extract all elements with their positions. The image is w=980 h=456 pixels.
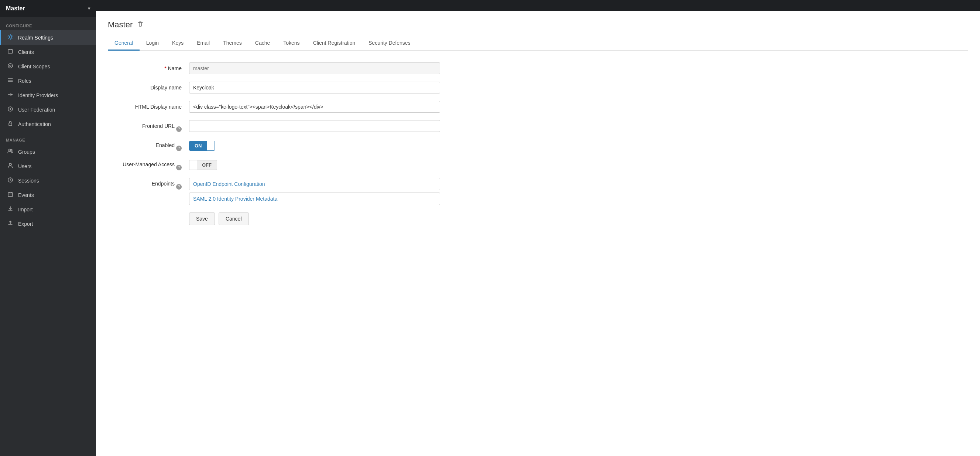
tabs-bar: General Login Keys Email Themes Cache To… <box>108 36 968 51</box>
sidebar-item-user-federation[interactable]: User Federation <box>0 102 96 117</box>
user-managed-access-label: User-Managed Access ? <box>108 158 189 171</box>
saml-endpoint-link[interactable]: SAML 2.0 Identity Provider Metadata <box>189 193 440 205</box>
sidebar-item-client-scopes-label: Client Scopes <box>18 64 50 70</box>
tab-security-defenses[interactable]: Security Defenses <box>362 36 417 51</box>
users-icon <box>7 163 14 170</box>
sidebar-item-identity-providers[interactable]: Identity Providers <box>0 88 96 102</box>
manage-section-label: Manage <box>0 131 96 145</box>
frontend-url-help-icon[interactable]: ? <box>176 126 182 132</box>
user-federation-icon <box>7 106 14 113</box>
export-icon <box>7 220 14 227</box>
clients-icon <box>7 48 14 56</box>
name-input[interactable] <box>189 62 440 74</box>
uma-toggle-on-inactive-label <box>189 160 197 170</box>
sidebar-item-sessions[interactable]: Sessions <box>0 173 96 188</box>
sidebar-item-groups[interactable]: Groups <box>0 145 96 159</box>
sidebar-item-import[interactable]: Import <box>0 202 96 217</box>
cancel-button[interactable]: Cancel <box>219 212 249 225</box>
tab-client-registration[interactable]: Client Registration <box>307 36 362 51</box>
tab-email[interactable]: Email <box>190 36 216 51</box>
frontend-url-label: Frontend URL ? <box>108 120 189 132</box>
uma-toggle-off-label: OFF <box>197 160 217 170</box>
sidebar-item-identity-providers-label: Identity Providers <box>18 92 58 98</box>
general-form: * Name Display name HTML Display name <box>108 62 440 225</box>
name-label: * Name <box>108 62 189 71</box>
realm-settings-icon <box>7 34 14 41</box>
sidebar-item-user-federation-label: User Federation <box>18 107 55 113</box>
html-display-name-input[interactable] <box>189 101 440 113</box>
display-name-input[interactable] <box>189 82 440 94</box>
user-managed-access-toggle[interactable]: OFF <box>189 158 217 170</box>
sidebar-item-clients-label: Clients <box>18 49 34 55</box>
user-managed-access-help-icon[interactable]: ? <box>176 165 182 171</box>
tab-keys[interactable]: Keys <box>165 36 190 51</box>
toggle-off-inactive-label <box>207 141 215 150</box>
enabled-row: Enabled ? ON <box>108 139 440 151</box>
sidebar-item-realm-settings[interactable]: Realm Settings <box>0 30 96 45</box>
sidebar-item-roles-label: Roles <box>18 78 32 84</box>
tab-tokens[interactable]: Tokens <box>277 36 306 51</box>
roles-icon <box>7 77 14 84</box>
svg-point-0 <box>9 36 11 38</box>
groups-icon <box>7 148 14 155</box>
sidebar-item-authentication-label: Authentication <box>18 121 51 127</box>
realm-selector[interactable]: Master ▾ <box>0 0 96 17</box>
svg-point-5 <box>10 108 11 110</box>
sidebar-item-import-label: Import <box>18 207 33 212</box>
sidebar-item-sessions-label: Sessions <box>18 178 39 184</box>
events-icon <box>7 191 14 198</box>
sessions-icon <box>7 177 14 184</box>
tab-cache[interactable]: Cache <box>248 36 277 51</box>
svg-point-3 <box>10 65 11 67</box>
sidebar-item-client-scopes[interactable]: Client Scopes <box>0 59 96 73</box>
realm-name: Master <box>6 5 25 12</box>
required-star: * <box>164 65 166 71</box>
page-title: Master <box>108 20 132 30</box>
page-title-row: Master <box>108 20 968 30</box>
sidebar-item-groups-label: Groups <box>18 149 35 155</box>
identity-providers-icon <box>7 92 14 99</box>
enabled-toggle[interactable]: ON <box>189 139 215 151</box>
enabled-help-icon[interactable]: ? <box>176 146 182 151</box>
display-name-row: Display name <box>108 82 440 94</box>
sidebar-item-export[interactable]: Export <box>0 217 96 231</box>
main-content: Master General Login Keys Email Themes C… <box>96 0 980 456</box>
sidebar-item-events[interactable]: Events <box>0 188 96 202</box>
html-display-name-row: HTML Display name <box>108 101 440 113</box>
svg-rect-1 <box>8 49 13 53</box>
svg-rect-11 <box>8 193 13 196</box>
sidebar-item-clients[interactable]: Clients <box>0 45 96 59</box>
tab-themes[interactable]: Themes <box>216 36 248 51</box>
svg-point-7 <box>9 149 11 151</box>
endpoints-list: OpenID Endpoint Configuration SAML 2.0 I… <box>189 178 440 205</box>
sidebar-item-roles[interactable]: Roles <box>0 73 96 88</box>
svg-point-2 <box>8 64 13 68</box>
sidebar-item-events-label: Events <box>18 192 34 198</box>
tab-general[interactable]: General <box>108 36 140 51</box>
toggle-on-label: ON <box>189 141 207 150</box>
form-buttons: Save Cancel <box>108 212 440 225</box>
svg-rect-6 <box>9 123 12 126</box>
endpoints-label: Endpoints ? <box>108 178 189 190</box>
openid-endpoint-link[interactable]: OpenID Endpoint Configuration <box>189 178 440 190</box>
sidebar: Master ▾ Configure Realm Settings Client… <box>0 0 96 456</box>
top-bar <box>96 0 980 11</box>
sidebar-item-export-label: Export <box>18 221 33 227</box>
delete-realm-icon[interactable] <box>137 21 144 29</box>
display-name-label: Display name <box>108 82 189 91</box>
sidebar-item-realm-settings-label: Realm Settings <box>18 35 53 41</box>
svg-point-9 <box>9 163 11 166</box>
html-display-name-label: HTML Display name <box>108 101 189 110</box>
realm-chevron-icon: ▾ <box>88 6 90 11</box>
authentication-icon <box>7 120 14 128</box>
frontend-url-input[interactable] <box>189 120 440 132</box>
configure-section-label: Configure <box>0 17 96 30</box>
frontend-url-row: Frontend URL ? <box>108 120 440 132</box>
enabled-label: Enabled ? <box>108 139 189 151</box>
tab-login[interactable]: Login <box>140 36 165 51</box>
sidebar-item-users-label: Users <box>18 163 32 169</box>
endpoints-help-icon[interactable]: ? <box>176 184 182 190</box>
save-button[interactable]: Save <box>189 212 215 225</box>
sidebar-item-authentication[interactable]: Authentication <box>0 117 96 131</box>
sidebar-item-users[interactable]: Users <box>0 159 96 173</box>
